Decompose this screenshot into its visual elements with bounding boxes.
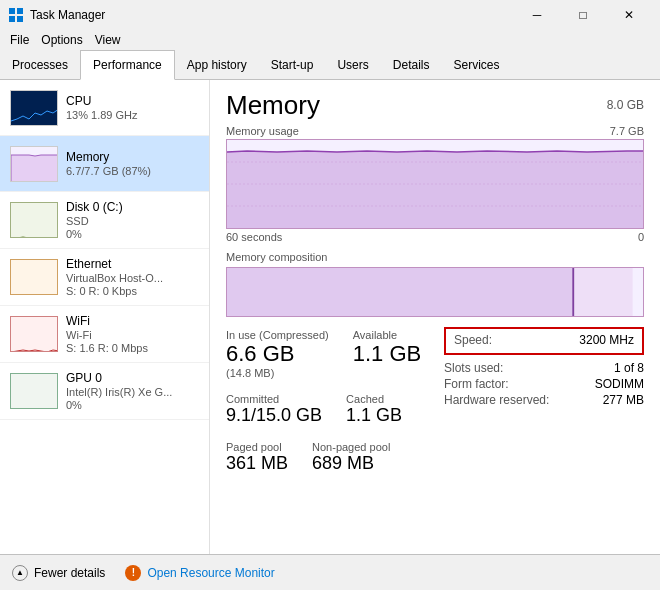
stat-nonpagedpool: Non-paged pool 689 MB bbox=[312, 439, 390, 481]
chart-time-row: 60 seconds 0 bbox=[226, 231, 644, 243]
panel-header: Memory 8.0 GB bbox=[226, 90, 644, 121]
speed-row: Speed: 3200 MHz bbox=[454, 333, 634, 347]
committed-label: Committed bbox=[226, 393, 322, 405]
sidebar-item-wifi[interactable]: WiFi Wi-Fi S: 1.6 R: 0 Mbps bbox=[0, 306, 209, 363]
chart-time-right: 0 bbox=[638, 231, 644, 243]
formfactor-row: Form factor: SODIMM bbox=[444, 377, 644, 391]
usage-chart-right: 7.7 GB bbox=[610, 125, 644, 137]
sidebar-item-ethernet[interactable]: Ethernet VirtualBox Host-O... S: 0 R: 0 … bbox=[0, 249, 209, 306]
inuse-sub: (14.8 MB) bbox=[226, 367, 329, 379]
stat-cached: Cached 1.1 GB bbox=[346, 391, 402, 433]
stat-pagedpool: Paged pool 361 MB bbox=[226, 439, 288, 481]
panel-total: 8.0 GB bbox=[607, 98, 644, 112]
svg-rect-11 bbox=[574, 268, 632, 316]
sidebar-item-disk0[interactable]: Disk 0 (C:) SSD 0% bbox=[0, 192, 209, 249]
slots-value: 1 of 8 bbox=[614, 361, 644, 375]
composition-svg bbox=[227, 268, 643, 316]
main-content: CPU 13% 1.89 GHz Memory 6.7/7.7 GB (87%) bbox=[0, 80, 660, 554]
gpu-info: GPU 0 Intel(R) Iris(R) Xe G... 0% bbox=[66, 371, 199, 411]
svg-rect-3 bbox=[17, 16, 23, 22]
tab-users[interactable]: Users bbox=[325, 50, 380, 79]
inuse-label: In use (Compressed) bbox=[226, 329, 329, 341]
tab-services[interactable]: Services bbox=[441, 50, 511, 79]
sidebar: CPU 13% 1.89 GHz Memory 6.7/7.7 GB (87%) bbox=[0, 80, 210, 554]
wifi-label: WiFi bbox=[66, 314, 199, 328]
ethernet-sublabel2: S: 0 R: 0 Kbps bbox=[66, 285, 199, 297]
menu-view[interactable]: View bbox=[89, 31, 127, 49]
composition-label-row: Memory composition bbox=[226, 251, 644, 263]
stat-committed: Committed 9.1/15.0 GB bbox=[226, 391, 322, 433]
hwreserved-label: Hardware reserved: bbox=[444, 393, 549, 407]
cached-label: Cached bbox=[346, 393, 402, 405]
bottom-stats: In use (Compressed) 6.6 GB (14.8 MB) Ava… bbox=[226, 327, 644, 481]
cpu-sublabel: 13% 1.89 GHz bbox=[66, 109, 199, 121]
usage-chart-labels: Memory usage 7.7 GB bbox=[226, 125, 644, 137]
close-button[interactable]: ✕ bbox=[606, 0, 652, 30]
composition-section: Memory composition bbox=[226, 251, 644, 317]
speed-value: 3200 MHz bbox=[579, 333, 634, 347]
nonpaged-value: 689 MB bbox=[312, 453, 390, 475]
minimize-button[interactable]: ─ bbox=[514, 0, 560, 30]
cached-value: 1.1 GB bbox=[346, 405, 402, 427]
menu-options[interactable]: Options bbox=[35, 31, 88, 49]
slots-label: Slots used: bbox=[444, 361, 503, 375]
svg-rect-2 bbox=[9, 16, 15, 22]
wifi-mini-chart bbox=[10, 316, 58, 352]
paged-value: 361 MB bbox=[226, 453, 288, 475]
app-title: Task Manager bbox=[30, 8, 105, 22]
sidebar-item-memory[interactable]: Memory 6.7/7.7 GB (87%) bbox=[0, 136, 209, 192]
gpu-mini-chart bbox=[10, 373, 58, 409]
cpu-info: CPU 13% 1.89 GHz bbox=[66, 94, 199, 121]
svg-rect-9 bbox=[227, 268, 572, 316]
svg-marker-4 bbox=[11, 155, 57, 181]
fewer-details-button[interactable]: ▲ Fewer details bbox=[12, 565, 105, 581]
menu-bar: File Options View bbox=[0, 30, 660, 50]
disk-sublabel2: 0% bbox=[66, 228, 199, 240]
open-resource-monitor-link[interactable]: ! Open Resource Monitor bbox=[125, 565, 274, 581]
hwreserved-value: 277 MB bbox=[603, 393, 644, 407]
bottom-left-stats: In use (Compressed) 6.6 GB (14.8 MB) Ava… bbox=[226, 327, 428, 481]
composition-chart bbox=[226, 267, 644, 317]
tab-details[interactable]: Details bbox=[381, 50, 442, 79]
ethernet-mini-chart bbox=[10, 259, 58, 295]
wifi-sublabel1: Wi-Fi bbox=[66, 329, 199, 341]
footer: ▲ Fewer details ! Open Resource Monitor bbox=[0, 554, 660, 590]
cpu-mini-chart bbox=[10, 90, 58, 126]
tab-startup[interactable]: Start-up bbox=[259, 50, 326, 79]
nonpaged-label: Non-paged pool bbox=[312, 441, 390, 453]
sidebar-item-cpu[interactable]: CPU 13% 1.89 GHz bbox=[0, 80, 209, 136]
memory-sublabel: 6.7/7.7 GB (87%) bbox=[66, 165, 199, 177]
open-resource-monitor-label: Open Resource Monitor bbox=[147, 566, 274, 580]
tab-performance[interactable]: Performance bbox=[80, 50, 175, 80]
sidebar-item-gpu0[interactable]: GPU 0 Intel(R) Iris(R) Xe G... 0% bbox=[0, 363, 209, 420]
speed-label: Speed: bbox=[454, 333, 492, 347]
chart-time-left: 60 seconds bbox=[226, 231, 282, 243]
tab-app-history[interactable]: App history bbox=[175, 50, 259, 79]
svg-rect-0 bbox=[9, 8, 15, 14]
wifi-info: WiFi Wi-Fi S: 1.6 R: 0 Mbps bbox=[66, 314, 199, 354]
form-label: Form factor: bbox=[444, 377, 509, 391]
bottom-right-info: Speed: 3200 MHz Slots used: 1 of 8 Form … bbox=[444, 327, 644, 481]
app-icon bbox=[8, 7, 24, 23]
maximize-button[interactable]: □ bbox=[560, 0, 606, 30]
panel-title: Memory bbox=[226, 90, 320, 121]
cpu-label: CPU bbox=[66, 94, 199, 108]
available-value: 1.1 GB bbox=[353, 341, 421, 367]
disk-sublabel1: SSD bbox=[66, 215, 199, 227]
tab-processes[interactable]: Processes bbox=[0, 50, 80, 79]
available-label: Available bbox=[353, 329, 421, 341]
inuse-value: 6.6 GB bbox=[226, 341, 329, 367]
stat-inuse: In use (Compressed) 6.6 GB (14.8 MB) bbox=[226, 327, 329, 385]
composition-label: Memory composition bbox=[226, 251, 327, 263]
usage-chart bbox=[226, 139, 644, 229]
svg-rect-10 bbox=[572, 268, 574, 316]
usage-chart-label: Memory usage bbox=[226, 125, 299, 137]
paged-label: Paged pool bbox=[226, 441, 288, 453]
tab-bar: Processes Performance App history Start-… bbox=[0, 50, 660, 80]
disk-label: Disk 0 (C:) bbox=[66, 200, 199, 214]
info-extra: Slots used: 1 of 8 Form factor: SODIMM H… bbox=[444, 359, 644, 411]
menu-file[interactable]: File bbox=[4, 31, 35, 49]
ethernet-label: Ethernet bbox=[66, 257, 199, 271]
fewer-details-icon: ▲ bbox=[12, 565, 28, 581]
svg-marker-8 bbox=[227, 151, 643, 228]
